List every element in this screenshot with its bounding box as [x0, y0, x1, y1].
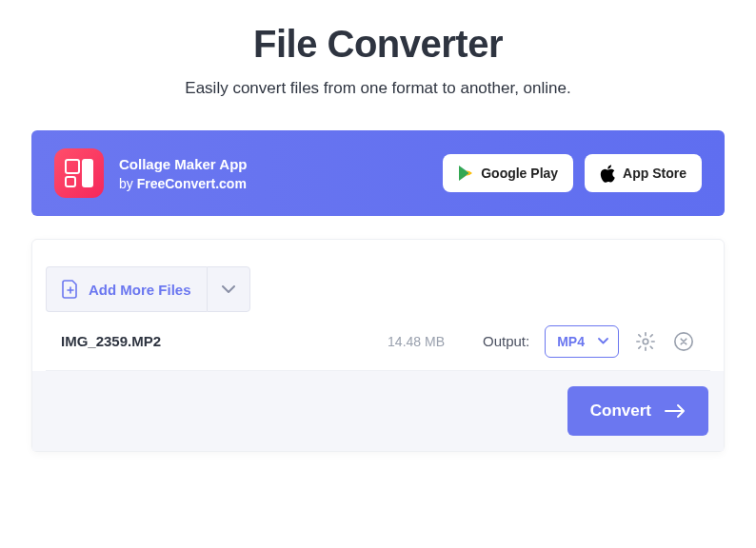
app-store-button[interactable]: App Store — [585, 154, 702, 192]
banner-app-name: Collage Maker App — [119, 156, 247, 172]
google-play-button[interactable]: Google Play — [443, 154, 573, 192]
page-title: File Converter — [31, 23, 725, 66]
app-store-label: App Store — [623, 166, 686, 181]
settings-button[interactable] — [634, 330, 657, 353]
convert-label: Convert — [590, 401, 651, 421]
promo-banner: Collage Maker App by FreeConvert.com Goo… — [31, 130, 725, 216]
output-format-select[interactable]: MP4 — [545, 325, 619, 358]
add-file-icon — [62, 280, 79, 299]
banner-byline: by FreeConvert.com — [119, 176, 247, 191]
converter-card: Add More Files IMG_2359.MP2 14.48 MB Out… — [31, 239, 725, 452]
google-play-label: Google Play — [481, 166, 558, 181]
file-row: IMG_2359.MP2 14.48 MB Output: MP4 — [46, 312, 710, 371]
remove-file-button[interactable] — [672, 330, 695, 353]
page-subtitle: Easily convert files from one format to … — [31, 79, 725, 98]
file-name: IMG_2359.MP2 — [61, 333, 372, 349]
add-more-files-button[interactable]: Add More Files — [46, 266, 207, 312]
svg-point-0 — [643, 339, 648, 344]
output-label: Output: — [483, 333, 529, 349]
google-play-icon — [458, 165, 473, 182]
output-format-value: MP4 — [557, 334, 585, 349]
collage-app-icon — [54, 148, 104, 198]
chevron-down-icon — [222, 285, 235, 294]
apple-icon — [600, 165, 615, 183]
close-circle-icon — [673, 331, 694, 352]
arrow-right-icon — [665, 403, 686, 419]
add-more-files-label: Add More Files — [89, 282, 191, 298]
chevron-down-icon — [598, 338, 608, 344]
convert-button[interactable]: Convert — [567, 386, 708, 436]
card-footer: Convert — [32, 371, 724, 451]
add-more-files-dropdown[interactable] — [207, 266, 250, 312]
gear-icon — [635, 331, 656, 352]
file-size: 14.48 MB — [388, 334, 445, 349]
